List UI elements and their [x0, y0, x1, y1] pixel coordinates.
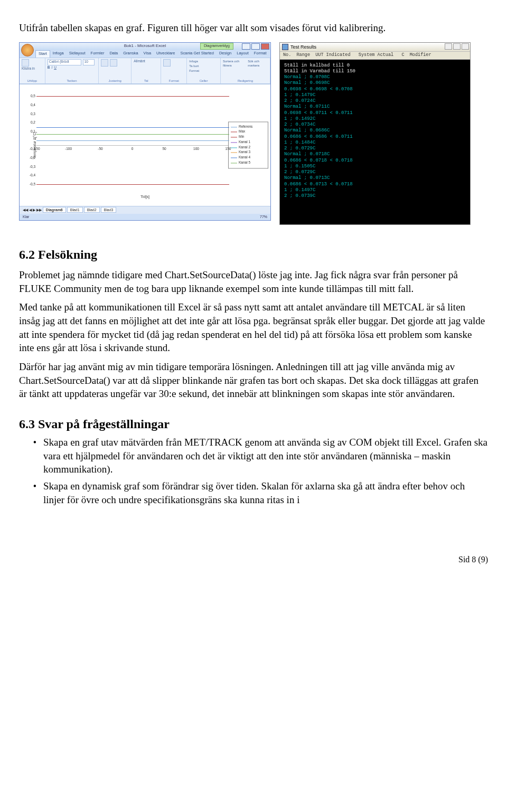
heading-6-2: 6.2 Felsökning	[19, 246, 488, 263]
figures-row: Bok1 - Microsoft Excel Diagramverktyg St…	[19, 42, 488, 225]
page-number: Sid 8 (9)	[19, 554, 488, 565]
paste-icon[interactable]	[22, 59, 29, 67]
status-left: Klar	[23, 214, 29, 219]
italic-icon[interactable]: I	[51, 65, 52, 70]
legend-item: Min	[231, 135, 266, 140]
window-buttons	[242, 43, 269, 50]
page-number-text: Sid 8 (9)	[458, 555, 488, 564]
sheet-tab[interactable]: Blad1	[67, 207, 83, 213]
list-item: Skapa en dynamisk graf som förändrar sig…	[41, 479, 488, 506]
paste-label: Klistra in	[22, 67, 43, 71]
legend-item: Kanal 2	[231, 145, 266, 150]
group-edit: Redigering	[223, 79, 268, 83]
number-label: Allmänt	[134, 59, 158, 64]
maximize-icon[interactable]	[453, 43, 461, 50]
ribbon-tab[interactable]: Sidlayout	[67, 50, 88, 58]
excel-titlebar: Bok1 - Microsoft Excel Diagramverktyg	[20, 43, 270, 50]
y-tick: 0,3	[26, 112, 35, 117]
close-icon[interactable]	[462, 43, 469, 50]
y-tick: -0,4	[26, 173, 35, 178]
ribbon-tab[interactable]: Scania Get Started	[178, 50, 217, 58]
format-label[interactable]: Format	[189, 69, 199, 73]
p-6-2-b: Med tanke på att kommunikationen till Ex…	[19, 300, 488, 355]
chart-series	[36, 96, 229, 97]
search-label[interactable]: Sök och markera	[248, 59, 268, 68]
console-title: Test Results	[290, 44, 316, 50]
ribbon-tab[interactable]: Visa	[141, 50, 154, 58]
list-item: Skapa en graf utav mätvärden från MET/TR…	[41, 436, 488, 476]
sheet-tab[interactable]: Blad2	[84, 207, 100, 213]
align-icon-2[interactable]	[110, 59, 117, 67]
x-axis	[36, 145, 229, 146]
x-tick: 50	[162, 147, 166, 152]
ribbon-tab[interactable]: Data	[107, 50, 120, 58]
close-icon[interactable]	[261, 43, 269, 50]
context-tab[interactable]: Diagramverktyg	[200, 43, 233, 50]
y-tick: -0,3	[26, 165, 35, 169]
excel-window: Bok1 - Microsoft Excel Diagramverktyg St…	[19, 42, 271, 221]
chart-legend: ReferensMaxMinKanal 1Kanal 2Kanal 3Kanal…	[228, 121, 268, 168]
ribbon-tab[interactable]: Utvecklare	[154, 50, 177, 58]
nav-icon[interactable]: ◀◀ ◀ ▶ ▶▶	[23, 207, 42, 212]
format-icon[interactable]	[163, 59, 171, 67]
group-format: Format	[163, 79, 184, 83]
excel-chart: Temperatur Δ[°C] Tid[s] ReferensMaxMinKa…	[20, 84, 270, 206]
group-align: Justering	[101, 79, 129, 83]
group-number: Tal	[134, 79, 158, 83]
x-tick: 100	[193, 147, 199, 152]
legend-item: Kanal 4	[231, 156, 266, 160]
excel-title: Bok1 - Microsoft Excel	[124, 43, 166, 49]
x-tick: -50	[98, 147, 102, 152]
sheet-tab[interactable]: Blad3	[101, 207, 117, 213]
x-tick: -150	[33, 147, 40, 152]
ribbon-tab[interactable]: Formler	[88, 50, 107, 58]
office-button[interactable]	[21, 44, 34, 56]
x-axis-label: Tid[s]	[140, 194, 149, 199]
legend-item: Referens	[231, 125, 266, 129]
size-select[interactable]: 10	[83, 59, 95, 65]
x-tick: -100	[65, 147, 72, 152]
test-results-window: Test Results No. Range UUT Indicated Sys…	[279, 42, 471, 225]
x-tick: 150	[226, 147, 231, 152]
ribbon-tab[interactable]: Start	[35, 50, 50, 58]
delete-label[interactable]: Ta bort	[189, 64, 199, 68]
ribbon-tab[interactable]: Design	[217, 50, 234, 58]
minimize-icon[interactable]	[242, 43, 250, 50]
ribbon-tab[interactable]: Layout	[234, 50, 251, 58]
sort-label[interactable]: Sortera och filtrera	[223, 59, 245, 68]
legend-item: Kanal 3	[231, 150, 266, 155]
chart-series	[36, 184, 229, 185]
ribbon-tab[interactable]: Infoga	[50, 50, 67, 58]
y-tick: 0,5	[26, 94, 35, 99]
font-select[interactable]: Calibri (Brödt	[48, 59, 81, 65]
ribbon-tab[interactable]: Format	[251, 50, 269, 58]
align-icon[interactable]	[101, 59, 108, 67]
legend-item: Kanal 1	[231, 140, 266, 145]
console-output: Ställ in kallbad till 0 Ställ in Varmbad…	[280, 60, 470, 224]
legend-item: Max	[231, 130, 266, 135]
insert-label[interactable]: Infoga	[189, 59, 198, 63]
minimize-icon[interactable]	[445, 43, 452, 50]
app-icon	[282, 44, 288, 50]
ribbon-tabs: StartInfogaSidlayoutFormlerDataGranskaVi…	[20, 50, 270, 58]
legend-item: Kanal 5	[231, 160, 266, 165]
group-clipboard: Urklipp	[22, 79, 43, 83]
intro-text: Utifrån tabellen skapas en graf. Figuren…	[19, 21, 488, 35]
x-tick: 0	[132, 147, 134, 152]
ribbon: Klistra in Urklipp Calibri (Brödt 10 B I…	[20, 58, 270, 84]
chart-series	[36, 134, 229, 135]
chart-series	[36, 127, 229, 128]
sheet-tab[interactable]: Diagram6	[43, 207, 66, 213]
heading-6-3: 6.3 Svar på frågeställningar	[19, 416, 488, 432]
ribbon-tab[interactable]: Granska	[120, 50, 140, 58]
chart-series	[36, 140, 229, 141]
group-cells: Celler	[189, 79, 218, 83]
underline-icon[interactable]: U	[54, 65, 57, 70]
p-6-2-c: Därför har jag använt mig av min tidigar…	[19, 360, 488, 401]
maximize-icon[interactable]	[251, 43, 260, 50]
console-titlebar: Test Results	[280, 43, 470, 52]
bold-icon[interactable]: B	[48, 65, 50, 70]
y-tick: 0,2	[26, 120, 35, 125]
console-header: No. Range UUT Indicated System Actual C …	[280, 52, 470, 60]
sheet-tabs: ◀◀ ◀ ▶ ▶▶Diagram6Blad1Blad2Blad3	[20, 206, 270, 214]
